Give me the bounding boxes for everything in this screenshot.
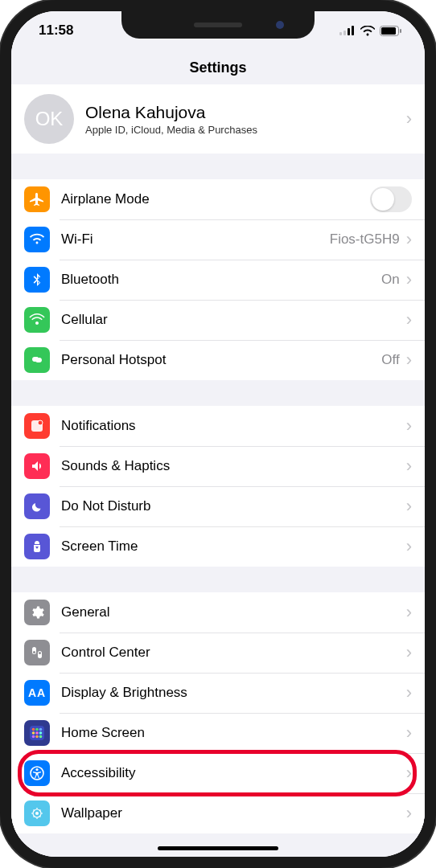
- bluetooth-row[interactable]: BluetoothOn›: [11, 260, 425, 300]
- airplane-icon: [24, 186, 50, 212]
- screentime-icon: [24, 534, 50, 559]
- svg-point-12: [39, 652, 41, 654]
- svg-rect-0: [339, 32, 342, 35]
- page-title: Settings: [11, 50, 425, 84]
- dnd-icon: [24, 493, 50, 519]
- battery-icon: [380, 26, 402, 36]
- svg-point-10: [33, 651, 35, 653]
- notifications-label: Notifications: [61, 418, 406, 434]
- screentime-label: Screen Time: [61, 538, 406, 555]
- cellular-label: Cellular: [61, 312, 406, 328]
- controlcenter-icon: [24, 640, 50, 665]
- wallpaper-label: Wallpaper: [61, 805, 406, 821]
- profile-name: Olena Kahujova: [85, 103, 406, 122]
- notifications-icon: [24, 413, 50, 439]
- accessibility-label: Accessibility: [61, 765, 406, 781]
- homescreen-row[interactable]: Home Screen›: [11, 713, 425, 753]
- dnd-row[interactable]: Do Not Disturb›: [11, 486, 425, 526]
- bluetooth-icon: [24, 267, 50, 293]
- chevron-right-icon: ›: [406, 457, 412, 475]
- dnd-label: Do Not Disturb: [61, 498, 406, 514]
- svg-point-18: [35, 731, 39, 735]
- sounds-row[interactable]: Sounds & Haptics›: [11, 446, 425, 486]
- chevron-right-icon: ›: [406, 644, 412, 661]
- avatar: OK: [24, 94, 74, 144]
- svg-point-8: [38, 420, 43, 425]
- chevron-right-icon: ›: [406, 805, 412, 822]
- settings-list[interactable]: OK Olena Kahujova Apple ID, iCloud, Medi…: [11, 84, 425, 857]
- notifications-row[interactable]: Notifications›: [11, 406, 425, 446]
- home-indicator[interactable]: [158, 846, 278, 850]
- sounds-icon: [24, 453, 50, 479]
- airplane-switch[interactable]: [370, 186, 412, 212]
- display-label: Display & Brightness: [61, 685, 406, 701]
- general-row[interactable]: General›: [11, 592, 425, 633]
- svg-point-22: [39, 735, 43, 739]
- profile-subtitle: Apple ID, iCloud, Media & Purchases: [85, 124, 406, 136]
- wifi-row[interactable]: Wi-FiFios-tG5H9›: [11, 219, 425, 260]
- wifi-label: Wi-Fi: [61, 231, 330, 248]
- chevron-right-icon: ›: [406, 684, 412, 702]
- svg-point-24: [35, 768, 38, 771]
- screentime-row[interactable]: Screen Time›: [11, 526, 425, 567]
- chevron-right-icon: ›: [406, 311, 412, 329]
- bluetooth-label: Bluetooth: [61, 272, 381, 288]
- hotspot-row[interactable]: Personal HotspotOff›: [11, 340, 425, 380]
- hotspot-label: Personal Hotspot: [61, 352, 381, 368]
- chevron-right-icon: ›: [406, 417, 412, 435]
- wifi-value: Fios-tG5H9: [330, 231, 400, 248]
- svg-point-20: [32, 735, 35, 739]
- bluetooth-value: On: [381, 272, 400, 288]
- wifi-status-icon: [360, 26, 375, 36]
- chevron-right-icon: ›: [406, 231, 412, 248]
- accessibility-row[interactable]: Accessibility›: [11, 753, 425, 793]
- homescreen-icon: [24, 720, 50, 746]
- general-label: General: [61, 604, 406, 620]
- display-row[interactable]: AADisplay & Brightness›: [11, 673, 425, 713]
- general-icon: [24, 600, 50, 625]
- hotspot-value: Off: [381, 352, 399, 368]
- chevron-right-icon: ›: [406, 110, 412, 128]
- wifi-icon: [24, 227, 50, 252]
- accessibility-icon: [24, 760, 50, 786]
- status-time: 11:58: [39, 23, 73, 38]
- svg-rect-3: [352, 26, 354, 35]
- svg-point-21: [35, 735, 39, 739]
- cellular-signal-icon: [339, 26, 356, 35]
- svg-point-25: [35, 812, 39, 815]
- cellular-row[interactable]: Cellular›: [11, 300, 425, 340]
- hotspot-icon: [24, 347, 50, 373]
- chevron-right-icon: ›: [406, 764, 412, 782]
- chevron-right-icon: ›: [406, 351, 412, 369]
- svg-rect-1: [343, 31, 346, 35]
- svg-point-19: [39, 731, 43, 735]
- cellular-icon: [24, 307, 50, 333]
- homescreen-label: Home Screen: [61, 725, 406, 741]
- svg-point-17: [32, 731, 35, 735]
- airplane-row[interactable]: Airplane Mode: [11, 179, 425, 219]
- airplane-label: Airplane Mode: [61, 191, 370, 207]
- wallpaper-row[interactable]: Wallpaper›: [11, 793, 425, 833]
- chevron-right-icon: ›: [406, 604, 412, 621]
- svg-point-14: [32, 728, 35, 731]
- chevron-right-icon: ›: [406, 271, 412, 289]
- display-icon: AA: [24, 680, 50, 706]
- svg-point-15: [35, 728, 39, 731]
- chevron-right-icon: ›: [406, 497, 412, 515]
- chevron-right-icon: ›: [406, 538, 412, 555]
- svg-rect-5: [381, 27, 396, 35]
- wallpaper-icon: [24, 800, 50, 826]
- svg-rect-2: [348, 28, 350, 35]
- svg-point-16: [39, 728, 43, 731]
- apple-id-row[interactable]: OK Olena Kahujova Apple ID, iCloud, Medi…: [11, 84, 425, 154]
- controlcenter-row[interactable]: Control Center›: [11, 633, 425, 673]
- sounds-label: Sounds & Haptics: [61, 458, 406, 474]
- svg-rect-6: [400, 29, 401, 33]
- controlcenter-label: Control Center: [61, 645, 406, 661]
- chevron-right-icon: ›: [406, 724, 412, 742]
- device-notch: [121, 11, 315, 39]
